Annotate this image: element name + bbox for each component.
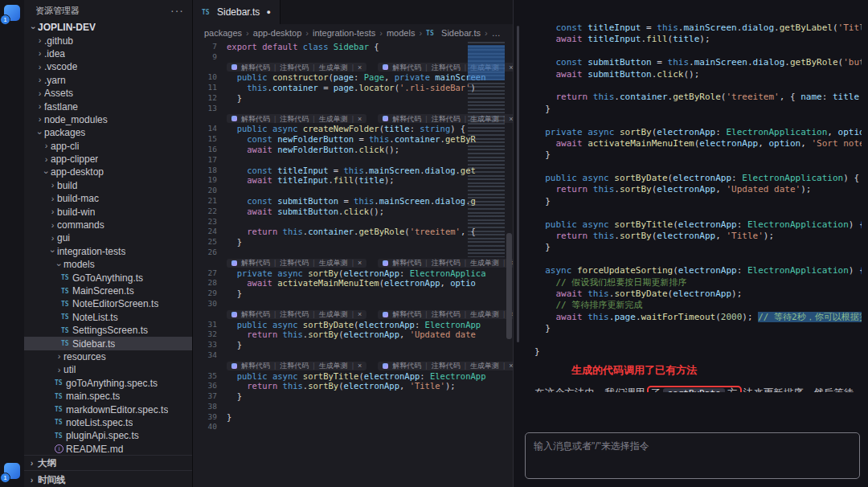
tree-item--github[interactable]: ›.github <box>24 34 192 47</box>
typescript-file-icon: TS <box>61 340 72 347</box>
codelens-comment[interactable]: 注释代码 <box>432 361 461 371</box>
codelens-unit-test[interactable]: 生成单测 <box>319 258 348 268</box>
tree-item-assets[interactable]: ›Assets <box>24 87 192 100</box>
tree-item-util[interactable]: ›util <box>24 363 192 376</box>
editor-scrollbar[interactable] <box>506 42 513 487</box>
tree-item-gotoanything-ts[interactable]: TSGoToAnything.ts <box>24 271 192 284</box>
tree-item-gui[interactable]: ›gui <box>24 231 192 244</box>
tree-item-build-mac[interactable]: ›build-mac <box>24 192 192 205</box>
tree-item-noteeditorscreen-ts[interactable]: TSNoteEditorScreen.ts <box>24 297 192 310</box>
breadcrumb-item[interactable]: models <box>387 28 415 38</box>
breadcrumb-item[interactable]: integration-tests <box>313 28 375 38</box>
tree-item-label: commands <box>57 219 104 231</box>
tree-item-packages[interactable]: ›packages <box>24 126 192 139</box>
tree-item-markdowneditor-spec-ts[interactable]: TSmarkdownEditor.spec.ts <box>24 403 192 415</box>
codelens-explain[interactable]: 解释代码 <box>241 114 270 125</box>
chat-input[interactable]: 输入消息或者"/"来选择指令 <box>525 432 860 479</box>
activity-grid-button[interactable] <box>0 132 24 166</box>
tree-item-commands[interactable]: ›commands <box>24 219 192 231</box>
activity-extensions-button[interactable] <box>0 98 24 132</box>
codelens-explain[interactable]: 解释代码 <box>392 63 421 73</box>
codelens-actions[interactable]: 解释代码|注释代码|生成单测|× <box>227 259 366 268</box>
codelens-explain[interactable]: 解释代码 <box>241 361 270 371</box>
codelens-close-icon[interactable]: × <box>358 309 362 320</box>
codelens-explain[interactable]: 解释代码 <box>241 63 270 73</box>
tree-item-build[interactable]: ›build <box>24 179 192 192</box>
codelens-actions[interactable]: 解释代码|注释代码|生成单测|× <box>227 114 366 123</box>
activity-source-control-button[interactable] <box>0 64 24 98</box>
codelens-comment[interactable]: 注释代码 <box>432 309 461 320</box>
breadcrumb-separator: › <box>305 28 309 38</box>
panel-scrollbar[interactable] <box>517 26 519 342</box>
codelens-comment[interactable]: 注释代码 <box>432 63 461 73</box>
codelens-explain[interactable]: 解释代码 <box>241 309 270 320</box>
codelens-close-icon[interactable]: × <box>358 63 362 73</box>
scrollbar-thumb[interactable] <box>506 233 512 339</box>
timeline-section[interactable]: › 时间线 <box>24 470 192 487</box>
codelens-comment[interactable]: 注释代码 <box>432 114 461 125</box>
tree-item-joplin-dev[interactable]: ›JOPLIN-DEV <box>24 21 192 34</box>
separator: | <box>465 114 466 125</box>
breadcrumb-item[interactable]: packages <box>204 28 242 38</box>
typescript-file-icon: TS <box>55 419 66 426</box>
codelens-explain[interactable]: 解释代码 <box>392 309 421 320</box>
minimap[interactable] <box>468 42 505 387</box>
tree-item-notelist-ts[interactable]: TSNoteList.ts <box>24 311 192 324</box>
tree-item-mainscreen-ts[interactable]: TSMainScreen.ts <box>24 284 192 297</box>
activity-account-button[interactable] <box>0 423 24 456</box>
tree-item--idea[interactable]: ›.idea <box>24 47 192 60</box>
tree-item-node-modules[interactable]: ›node_modules <box>24 113 192 126</box>
codelens-close-icon[interactable]: × <box>358 114 362 125</box>
tree-item-gotoanything-spec-ts[interactable]: TSgoToAnything.spec.ts <box>24 377 192 390</box>
tree-item-models[interactable]: ›models <box>24 258 192 271</box>
activity-debug-button[interactable] <box>0 166 24 199</box>
tree-item-app-clipper[interactable]: ›app-clipper <box>24 153 192 166</box>
codelens-unit-test[interactable]: 生成单测 <box>319 309 348 320</box>
tree-item-app-cli[interactable]: ›app-cli <box>24 140 192 153</box>
app-logo[interactable]: 1 <box>4 5 20 21</box>
codelens-explain[interactable]: 解释代码 <box>392 361 421 371</box>
codelens-unit-test[interactable]: 生成单测 <box>319 361 348 371</box>
codelens-comment[interactable]: 注释代码 <box>280 258 309 268</box>
codelens-close-icon[interactable]: × <box>358 258 362 268</box>
tree-item-fastlane[interactable]: ›fastlane <box>24 100 192 113</box>
code-editor[interactable]: 7export default class Sidebar {9解释代码|注释代… <box>193 42 513 487</box>
codelens-unit-test[interactable]: 生成单测 <box>319 63 348 73</box>
codelens-actions[interactable]: 解释代码|注释代码|生成单测|× <box>227 310 366 319</box>
tab-sidebar-ts[interactable]: TS Sidebar.ts ● <box>193 0 280 24</box>
tree-item-resources[interactable]: ›resources <box>24 350 192 363</box>
codelens-explain[interactable]: 解释代码 <box>241 258 270 268</box>
tree-item-sidebar-ts[interactable]: TSSidebar.ts <box>24 337 192 350</box>
breadcrumb-file[interactable]: Sidebar.ts <box>441 28 481 38</box>
explorer-more-icon[interactable]: ··· <box>170 4 184 17</box>
line-number: 26 <box>193 248 227 258</box>
tree-item-settingsscreen-ts[interactable]: TSSettingsScreen.ts <box>24 324 192 337</box>
codelens-comment[interactable]: 注释代码 <box>280 63 309 73</box>
tree-item-build-win[interactable]: ›build-win <box>24 205 192 218</box>
codelens-actions[interactable]: 解释代码|注释代码|生成单测|× <box>227 362 366 370</box>
tree-item--yarn[interactable]: ›.yarn <box>24 74 192 87</box>
codelens-comment[interactable]: 注释代码 <box>280 361 309 371</box>
breadcrumb-item[interactable]: app-desktop <box>253 28 302 38</box>
outline-section[interactable]: › 大纲 <box>24 455 192 471</box>
breadcrumb-symbol[interactable]: … <box>492 28 501 38</box>
codelens-comment[interactable]: 注释代码 <box>280 114 309 125</box>
tree-item-integration-tests[interactable]: ›integration-tests <box>24 245 192 258</box>
tree-item-notelist-spec-ts[interactable]: TSnoteList.spec.ts <box>24 416 192 429</box>
codelens-explain[interactable]: 解释代码 <box>392 114 421 125</box>
tree-item-readme-md[interactable]: iREADME.md <box>24 443 192 456</box>
tree-item-pluginapi-spec-ts[interactable]: TSpluginApi.spec.ts <box>24 429 192 442</box>
codelens-explain[interactable]: 解释代码 <box>392 258 421 268</box>
codelens-unit-test[interactable]: 生成单测 <box>319 114 348 125</box>
activity-search-button[interactable] <box>0 31 24 64</box>
tree-item-label: noteList.spec.ts <box>66 417 133 428</box>
app-logo-bottom[interactable]: 1 <box>4 463 20 479</box>
codelens-actions[interactable]: 解释代码|注释代码|生成单测|× <box>227 63 366 72</box>
tree-item--vscode[interactable]: ›.vscode <box>24 60 192 73</box>
tree-item-main-spec-ts[interactable]: TSmain.spec.ts <box>24 390 192 403</box>
codelens-comment[interactable]: 注释代码 <box>280 309 309 320</box>
codelens-comment[interactable]: 注释代码 <box>432 258 461 268</box>
assistant-code-line: } <box>534 104 862 115</box>
tree-item-app-desktop[interactable]: ›app-desktop <box>24 166 192 178</box>
codelens-close-icon[interactable]: × <box>358 361 362 371</box>
